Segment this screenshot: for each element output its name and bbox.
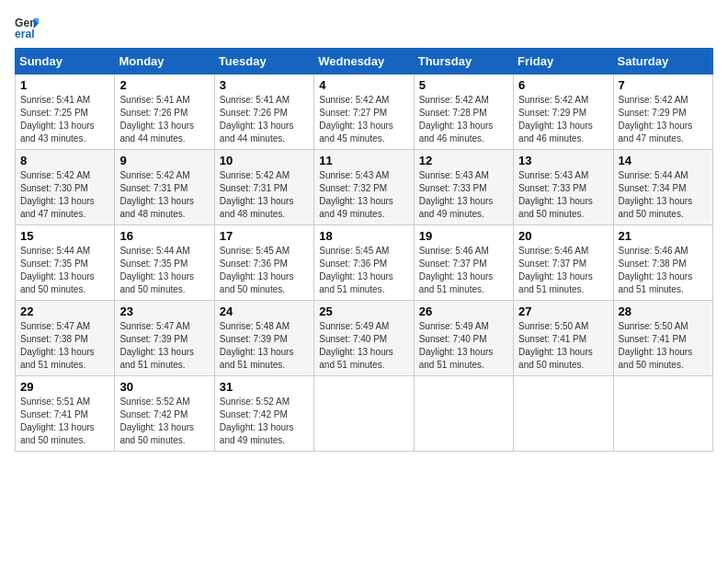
day-info: Sunrise: 5:46 AM Sunset: 7:38 PM Dayligh… [619,246,693,294]
day-info: Sunrise: 5:42 AM Sunset: 7:31 PM Dayligh… [119,170,194,219]
day-info: Sunrise: 5:42 AM Sunset: 7:29 PM Dayligh… [619,95,693,144]
day-info: Sunrise: 5:43 AM Sunset: 7:32 PM Dayligh… [319,170,393,219]
day-info: Sunrise: 5:41 AM Sunset: 7:25 PM Dayligh… [20,95,95,144]
day-number: 29 [20,380,109,394]
day-info: Sunrise: 5:48 AM Sunset: 7:39 PM Dayligh… [220,321,294,370]
week-row-2: 8 Sunrise: 5:42 AM Sunset: 7:30 PM Dayli… [16,150,713,225]
day-info: Sunrise: 5:42 AM Sunset: 7:29 PM Dayligh… [518,95,593,144]
day-number: 9 [119,154,209,167]
day-cell: 19 Sunrise: 5:46 AM Sunset: 7:37 PM Dayl… [414,225,513,301]
day-cell: 3 Sunrise: 5:41 AM Sunset: 7:26 PM Dayli… [214,75,313,150]
weekday-header-friday: Friday [514,49,613,75]
day-cell: 23 Sunrise: 5:47 AM Sunset: 7:39 PM Dayl… [115,301,214,376]
day-info: Sunrise: 5:45 AM Sunset: 7:36 PM Dayligh… [220,246,294,294]
day-cell [613,376,712,452]
day-cell: 12 Sunrise: 5:43 AM Sunset: 7:33 PM Dayl… [414,150,513,225]
day-cell: 30 Sunrise: 5:52 AM Sunset: 7:42 PM Dayl… [115,376,214,452]
day-cell: 9 Sunrise: 5:42 AM Sunset: 7:31 PM Dayli… [115,150,214,225]
day-cell: 26 Sunrise: 5:49 AM Sunset: 7:40 PM Dayl… [414,301,513,376]
day-cell: 28 Sunrise: 5:50 AM Sunset: 7:41 PM Dayl… [613,301,712,376]
day-info: Sunrise: 5:42 AM Sunset: 7:30 PM Dayligh… [20,170,95,219]
day-number: 13 [518,154,608,167]
day-info: Sunrise: 5:52 AM Sunset: 7:42 PM Dayligh… [119,396,194,445]
day-cell: 4 Sunrise: 5:42 AM Sunset: 7:27 PM Dayli… [314,75,414,150]
day-info: Sunrise: 5:43 AM Sunset: 7:33 PM Dayligh… [419,170,494,219]
day-info: Sunrise: 5:45 AM Sunset: 7:36 PM Dayligh… [319,246,393,294]
day-number: 23 [119,304,209,318]
day-cell: 20 Sunrise: 5:46 AM Sunset: 7:37 PM Dayl… [514,225,613,301]
day-cell: 10 Sunrise: 5:42 AM Sunset: 7:31 PM Dayl… [214,150,313,225]
day-info: Sunrise: 5:44 AM Sunset: 7:35 PM Dayligh… [119,246,194,294]
day-cell: 1 Sunrise: 5:41 AM Sunset: 7:25 PM Dayli… [16,75,115,150]
day-cell: 6 Sunrise: 5:42 AM Sunset: 7:29 PM Dayli… [514,75,613,150]
day-number: 4 [319,78,408,92]
day-cell: 2 Sunrise: 5:41 AM Sunset: 7:26 PM Dayli… [115,75,214,150]
day-cell: 17 Sunrise: 5:45 AM Sunset: 7:36 PM Dayl… [214,225,313,301]
day-info: Sunrise: 5:44 AM Sunset: 7:34 PM Dayligh… [619,170,693,219]
logo: Gen eral [15,15,44,40]
day-cell [514,376,613,452]
day-number: 28 [619,304,708,318]
day-cell: 5 Sunrise: 5:42 AM Sunset: 7:28 PM Dayli… [414,75,513,150]
day-info: Sunrise: 5:49 AM Sunset: 7:40 PM Dayligh… [319,321,393,370]
calendar-body: 1 Sunrise: 5:41 AM Sunset: 7:25 PM Dayli… [16,75,713,452]
day-info: Sunrise: 5:47 AM Sunset: 7:39 PM Dayligh… [119,321,194,370]
weekday-header-row: SundayMondayTuesdayWednesdayThursdayFrid… [16,49,713,75]
day-number: 12 [419,154,508,167]
day-number: 5 [419,78,508,92]
day-cell: 27 Sunrise: 5:50 AM Sunset: 7:41 PM Dayl… [514,301,613,376]
day-cell: 13 Sunrise: 5:43 AM Sunset: 7:33 PM Dayl… [514,150,613,225]
day-cell: 15 Sunrise: 5:44 AM Sunset: 7:35 PM Dayl… [16,225,115,301]
day-info: Sunrise: 5:47 AM Sunset: 7:38 PM Dayligh… [20,321,95,370]
weekday-header-saturday: Saturday [613,49,712,75]
day-number: 7 [619,78,708,92]
week-row-3: 15 Sunrise: 5:44 AM Sunset: 7:35 PM Dayl… [16,225,713,301]
day-info: Sunrise: 5:42 AM Sunset: 7:31 PM Dayligh… [220,170,294,219]
day-info: Sunrise: 5:46 AM Sunset: 7:37 PM Dayligh… [419,246,494,294]
day-info: Sunrise: 5:52 AM Sunset: 7:42 PM Dayligh… [220,396,294,445]
day-number: 26 [419,304,508,318]
day-number: 14 [619,154,708,167]
day-number: 31 [220,380,309,394]
weekday-header-tuesday: Tuesday [214,49,313,75]
day-cell: 22 Sunrise: 5:47 AM Sunset: 7:38 PM Dayl… [16,301,115,376]
weekday-header-thursday: Thursday [414,49,513,75]
day-number: 24 [220,304,309,318]
day-number: 20 [518,229,608,243]
day-info: Sunrise: 5:49 AM Sunset: 7:40 PM Dayligh… [419,321,494,370]
week-row-1: 1 Sunrise: 5:41 AM Sunset: 7:25 PM Dayli… [16,75,713,150]
day-number: 2 [119,78,209,92]
day-cell: 25 Sunrise: 5:49 AM Sunset: 7:40 PM Dayl… [314,301,414,376]
day-info: Sunrise: 5:46 AM Sunset: 7:37 PM Dayligh… [518,246,593,294]
week-row-5: 29 Sunrise: 5:51 AM Sunset: 7:41 PM Dayl… [16,376,713,452]
day-number: 27 [518,304,608,318]
day-info: Sunrise: 5:51 AM Sunset: 7:41 PM Dayligh… [20,396,95,445]
week-row-4: 22 Sunrise: 5:47 AM Sunset: 7:38 PM Dayl… [16,301,713,376]
day-cell: 8 Sunrise: 5:42 AM Sunset: 7:30 PM Dayli… [16,150,115,225]
weekday-header-sunday: Sunday [16,49,115,75]
day-cell: 31 Sunrise: 5:52 AM Sunset: 7:42 PM Dayl… [214,376,313,452]
day-cell: 16 Sunrise: 5:44 AM Sunset: 7:35 PM Dayl… [115,225,214,301]
day-number: 15 [20,229,109,243]
day-number: 22 [20,304,109,318]
day-cell: 21 Sunrise: 5:46 AM Sunset: 7:38 PM Dayl… [613,225,712,301]
day-info: Sunrise: 5:50 AM Sunset: 7:41 PM Dayligh… [518,321,593,370]
day-cell: 11 Sunrise: 5:43 AM Sunset: 7:32 PM Dayl… [314,150,414,225]
day-number: 19 [419,229,508,243]
day-cell: 14 Sunrise: 5:44 AM Sunset: 7:34 PM Dayl… [613,150,712,225]
day-info: Sunrise: 5:42 AM Sunset: 7:28 PM Dayligh… [419,95,494,144]
day-number: 30 [119,380,209,394]
day-info: Sunrise: 5:41 AM Sunset: 7:26 PM Dayligh… [119,95,194,144]
day-number: 3 [220,78,309,92]
day-cell: 24 Sunrise: 5:48 AM Sunset: 7:39 PM Dayl… [214,301,313,376]
day-cell [314,376,414,452]
logo-icon: Gen eral [15,15,40,40]
day-cell: 7 Sunrise: 5:42 AM Sunset: 7:29 PM Dayli… [613,75,712,150]
day-number: 8 [20,154,109,167]
day-cell: 29 Sunrise: 5:51 AM Sunset: 7:41 PM Dayl… [16,376,115,452]
calendar-table: SundayMondayTuesdayWednesdayThursdayFrid… [15,48,713,452]
header: Gen eral [15,15,713,40]
day-number: 11 [319,154,408,167]
day-number: 16 [119,229,209,243]
svg-text:eral: eral [15,28,35,40]
